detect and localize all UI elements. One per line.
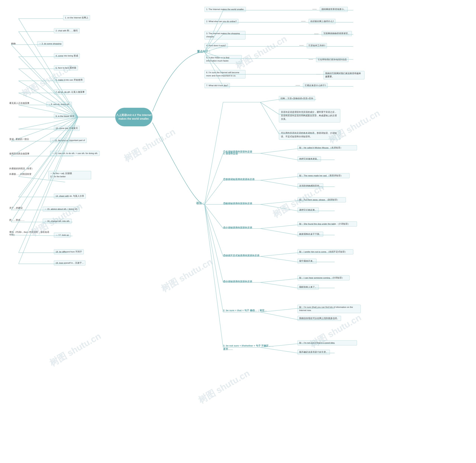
svg-line-91 <box>204 204 223 256</box>
sentence-6-cn: 我相信互联网对我们来说将变得越来越重要。 <box>323 71 365 79</box>
svg-line-83 <box>260 204 297 211</box>
phrase-17-note: 查找（代词it，them 作宾语时，放在短语中间） <box>9 231 50 236</box>
watermark-9: 树图 shutu.cn <box>196 367 252 406</box>
phrase-14: 14. share with sb. 与某人分享 <box>54 194 86 199</box>
phrase-13: → for the + adj. 比较级13. for the better <box>48 171 91 179</box>
phrase-17: → 17. look up <box>54 233 71 238</box>
svg-line-65 <box>260 102 279 134</box>
phrase-6: 6. make it into use 开始使用 <box>54 78 84 82</box>
sec2-ex1: 如：I'm sure (that) you can find lots of i… <box>297 305 361 313</box>
sub4-ex2: 她发现狗在桌子下面。 <box>297 232 323 237</box>
sentence-5-arrow: —— <box>309 58 313 60</box>
sub6-ex2: 我听到有人来了。 <box>297 285 319 290</box>
sentence-7-arrow: —— <box>296 84 300 86</box>
sentence-3-en: 3. The Internet makes the shopping cheap… <box>204 31 246 39</box>
phrase-2: 2. chat with 和……聊天 <box>54 28 80 33</box>
sentence-7-cn: 它看起来是什么样子? <box>303 83 328 88</box>
grammar-desc1: 宾语补足语是谓语补充宾语的成分，通常置于宾语之后，宾语和宾语补足语共同构成复合宾… <box>279 109 340 123</box>
sub4-label: ④介词短语用作宾语补足语 <box>223 226 252 230</box>
svg-line-63 <box>260 102 279 114</box>
svg-line-67 <box>204 153 223 204</box>
grammar-desc2: 可以用作宾语补足语的有名词短语、形容词短语、介词短语、不定式短语和分词短语等。 <box>279 130 340 140</box>
sentence-1-arrow: —— <box>312 8 317 10</box>
svg-line-93 <box>260 253 297 256</box>
svg-line-59 <box>204 102 223 204</box>
sub1-label: ①名词短语用作宾语补足语 <box>223 150 252 153</box>
sentence-2-arrow: —— <box>301 20 305 22</box>
sub6-ex1: 如：I can hear someone coming.（分词短语） <box>297 275 349 280</box>
sentence-5-en: 5. It also helps us to find information … <box>204 55 242 63</box>
sentence-7-en: 7. What did it look like? <box>204 83 230 88</box>
key-sentences-label: 重点句子： <box>197 50 211 53</box>
phrase-10: 10. some day 将来某天 <box>54 126 80 131</box>
svg-line-75 <box>260 177 297 180</box>
svg-line-69 <box>260 149 297 153</box>
sentence-2-en: 2. What else can you do online? <box>204 19 238 24</box>
sentence-1-en: 1. The Internet makes the world smaller. <box>204 7 246 12</box>
sub4-ex1: 如：She found the dog under the table.（介词短… <box>297 222 357 226</box>
phrase-15: → 15. advice about sth. / doing sth. <box>43 207 80 212</box>
sub3-ex2: 请把它们收起来。 <box>297 207 319 213</box>
phrase-11: → 11. become an important part of <box>50 138 87 143</box>
svg-line-97 <box>204 204 223 282</box>
grammar-label: 语法： <box>196 202 204 205</box>
phrase-12-note: 使用某东西去做某事 <box>9 152 29 155</box>
svg-line-107 <box>260 312 297 320</box>
sentence-1-cn: 因特网使世界变地更小。 <box>320 7 348 12</box>
phrase-12: → 12. use sth. to do sth. = use sth. for… <box>50 151 100 156</box>
phrase-16: → 16. change sth. into sth. <box>43 219 72 224</box>
phrase-3-note: 购物 <box>11 42 16 45</box>
sec3-ex2: 我不确定这是否是个好主意。 <box>297 350 330 355</box>
svg-line-73 <box>204 180 223 204</box>
phrase-19: 19. lose oneself in... 沉迷于... <box>54 260 85 266</box>
svg-line-85 <box>204 204 223 229</box>
sentence-3-cn: 互联网使购物变得更便宜。 <box>322 31 352 36</box>
sentence-4-arrow: —— <box>299 44 304 46</box>
sub3-label: ③副词短语用作宾语补足语 <box>223 202 252 205</box>
sub6-label: ⑥分词短语用作宾语补足语 <box>223 280 252 283</box>
phrase-5: 5. face to face 面对面 <box>54 65 78 71</box>
center-node: 八上英语Unit 4.3 The Internet makes the worl… <box>115 108 153 126</box>
svg-line-22 <box>11 117 78 156</box>
sub2-ex1: 如：The news made her sad.（形容词短语） <box>297 173 349 178</box>
svg-line-10 <box>18 81 78 117</box>
sub5-label: ⑤动词不定式短语用作宾语补足语 <box>223 254 259 257</box>
sentence-3-arrow: —— <box>314 33 319 35</box>
svg-line-71 <box>260 153 297 160</box>
svg-line-89 <box>260 229 297 235</box>
svg-line-103 <box>204 204 223 312</box>
sentence-6-en: 6. I'm sure the Internet will become mor… <box>204 70 246 78</box>
phrase-4: 4. come into being 形成 <box>54 53 80 58</box>
phrase-8: → 8. see sb. doing sth. <box>46 102 72 107</box>
svg-line-81 <box>260 201 297 204</box>
svg-line-101 <box>260 282 297 288</box>
svg-line-95 <box>260 256 297 262</box>
phrase-18: 18. be different from 不同于 <box>54 249 84 254</box>
sub1-ex1: 如：He called it Mickey Mouse.（名词短语） <box>297 145 357 150</box>
phrase-9: 9. in the future 将来 <box>54 114 76 119</box>
sub3-ex1: 如：Put them away, please.（副词短语） <box>297 197 346 202</box>
phrase-13-note2: 向着较……的情况转变 <box>9 173 31 176</box>
sentence-6-arrow: —— <box>316 73 320 75</box>
watermark-8: 树图 shutu.cn <box>47 330 103 369</box>
svg-line-87 <box>260 225 297 229</box>
sentence-4-en: 4. How does it work? <box>204 43 228 48</box>
sec3-ex1: 如：I'm not sure if that is a good idea. <box>297 340 357 345</box>
svg-line-61 <box>260 99 279 102</box>
svg-line-109 <box>204 204 223 347</box>
phrase-8-note: 看见某人正在做某事 <box>9 102 29 105</box>
section2-label: 2. be sure + that + 句子 确信…；肯定… <box>223 309 275 312</box>
sub1-ex2: 他把它叫做米老鼠。 <box>297 156 321 161</box>
watermark-2: 树图 shutu.cn <box>122 126 178 165</box>
grammar-structure: 结构：主语+及物动词+宾语+宾补 <box>279 96 315 101</box>
sub5-ex1: 如：I prefer him not to come.（动词不定式短语） <box>297 249 353 254</box>
section3-label: 3. be not sure + if/whether + 句子 不确定……是否… <box>223 344 275 351</box>
sec2-ex2: 我相信你现在可以在网上找到很多信息。 <box>297 316 341 321</box>
svg-line-99 <box>260 279 297 282</box>
sentence-5-cn: 它也帮助我们更快地找到信息 <box>316 57 348 62</box>
phrase-11-note: 变成...重要的一部分 <box>9 138 29 141</box>
phrase-3: → 3. do some shopping <box>37 41 63 46</box>
watermark-6: 树图 shutu.cn <box>159 256 215 295</box>
phrase-1: 1. on the Internet 在网上 <box>63 15 90 20</box>
svg-line-77 <box>260 180 297 187</box>
